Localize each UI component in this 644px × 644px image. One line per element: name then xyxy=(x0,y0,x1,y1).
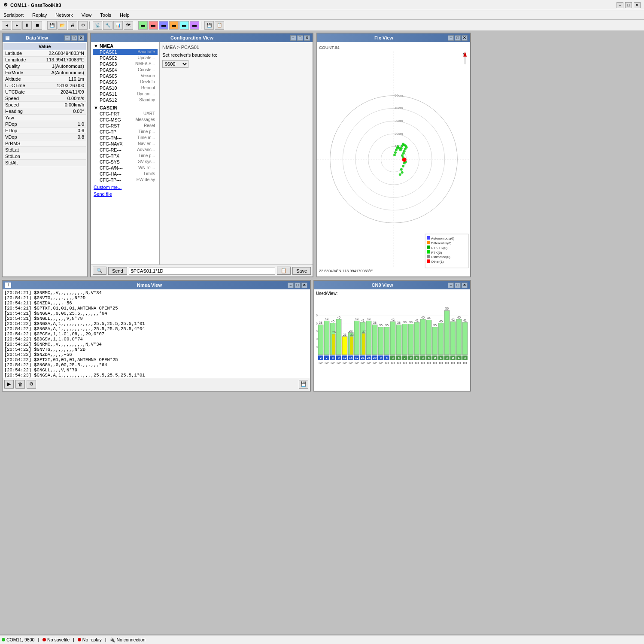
tree-item-pcas01[interactable]: PCAS01Baudrate xyxy=(93,49,158,55)
svg-text:40cm: 40cm xyxy=(395,106,403,110)
tb-btn-save[interactable]: 💾 xyxy=(204,21,214,30)
tb-btn-2[interactable]: ▸ xyxy=(12,21,21,30)
tree-item-cfg-re---[interactable]: CFG-RE---Advanc... xyxy=(93,147,158,153)
fix-view-maximize[interactable]: □ xyxy=(455,35,461,41)
tree-item-pcas11[interactable]: PCAS11Dynami... xyxy=(93,91,158,97)
copy-btn[interactable]: 📋 xyxy=(277,267,291,275)
menu-help[interactable]: Help xyxy=(118,12,131,18)
svg-point-36 xyxy=(395,149,398,151)
cn0-view-maximize[interactable]: □ xyxy=(455,283,461,288)
tree-item-pcas03[interactable]: PCAS03NMEA S... xyxy=(93,61,158,67)
nmea-view-close[interactable]: ✕ xyxy=(301,283,307,288)
config-view-maximize[interactable]: □ xyxy=(297,35,303,41)
tree-item-cfg-tm---[interactable]: CFG-TM---Time m... xyxy=(93,135,158,141)
svg-text:BD: BD xyxy=(427,361,431,365)
data-view-maximize[interactable]: □ xyxy=(71,35,77,41)
minimize-btn[interactable]: − xyxy=(617,2,623,8)
tb-btn-6[interactable]: 📂 xyxy=(58,21,67,30)
row-value: 1.0 xyxy=(34,121,86,128)
fix-view-minimize[interactable]: − xyxy=(448,35,454,41)
tree-item-cfg-wn---[interactable]: CFG-WN---WN rol... xyxy=(93,165,158,171)
menu-network[interactable]: Network xyxy=(54,12,74,18)
tree-item-cfg-prt[interactable]: CFG-PRTUART xyxy=(93,111,158,117)
tb-btn-cyan[interactable]: ▬ xyxy=(179,21,189,30)
tb-btn-red[interactable]: ▬ xyxy=(149,21,158,30)
row-value: 116.1m xyxy=(34,76,86,82)
save-button[interactable]: Save xyxy=(292,267,311,275)
tree-casein-header[interactable]: ▼ CASEIN xyxy=(93,105,158,111)
tree-item-cfg-tp---[interactable]: CFG-TP---HW delay xyxy=(93,177,158,183)
menu-replay[interactable]: Replay xyxy=(30,12,49,18)
tb-btn-10[interactable]: 🔧 xyxy=(103,21,112,30)
data-view-close[interactable]: ✕ xyxy=(78,35,84,41)
svg-text:35: 35 xyxy=(385,324,389,327)
menu-view[interactable]: View xyxy=(80,12,94,18)
svg-text:22.680494°N 113.994170083°E: 22.680494°N 113.994170083°E xyxy=(319,269,373,273)
svg-text:GP: GP xyxy=(367,361,371,365)
maximize-btn[interactable]: □ xyxy=(625,2,632,8)
config-view-close[interactable]: ✕ xyxy=(304,35,310,41)
data-row: PDop1.0 xyxy=(3,121,86,128)
data-table: Latitude22.680494833°NLongitude113.99417… xyxy=(3,50,86,166)
tree-item-cfg-msg[interactable]: CFG-MSGMessages xyxy=(93,117,158,123)
fix-view-title: Fix View − □ ✕ xyxy=(317,33,470,42)
svg-text:Other(1): Other(1) xyxy=(431,260,444,264)
tb-btn-purple[interactable]: ▬ xyxy=(190,21,199,30)
row-value: 22.680494833°N xyxy=(34,50,86,57)
search-btn[interactable]: 🔍 xyxy=(93,267,106,275)
main-content: ▦ Data View − □ ✕ Value Latitude22.68049… xyxy=(0,31,644,623)
tree-item-cfg-tp[interactable]: CFG-TPTime p... xyxy=(93,129,158,135)
svg-text:26: 26 xyxy=(332,331,336,334)
svg-text:30cm: 30cm xyxy=(395,119,403,123)
menu-tools[interactable]: Tools xyxy=(98,12,113,18)
tree-item-pcas02[interactable]: PCAS02Update... xyxy=(93,55,158,61)
tb-btn-3[interactable]: ⏸ xyxy=(22,21,32,30)
row-label: StdAlt xyxy=(3,160,34,166)
nmea-btn-filter[interactable]: ⚙ xyxy=(27,380,36,389)
custom-link[interactable]: Custom me... xyxy=(94,185,122,190)
tree-nmea-header[interactable]: ▼ NMEA xyxy=(93,43,158,49)
close-btn[interactable]: ✕ xyxy=(634,2,641,8)
tb-btn-4[interactable]: ⏹ xyxy=(33,21,42,30)
svg-point-16 xyxy=(400,168,403,171)
nmea-view-maximize[interactable]: □ xyxy=(295,283,301,288)
svg-text:E: E xyxy=(458,356,460,359)
tree-item-pcas12[interactable]: PCAS12Standby xyxy=(93,97,158,103)
send-input[interactable] xyxy=(129,267,275,275)
cn0-view-close[interactable]: ✕ xyxy=(462,283,468,288)
tb-btn-green[interactable]: ▬ xyxy=(138,21,148,30)
baudrate-select[interactable]: 96004800192003840057600115200 xyxy=(162,60,188,68)
tree-item-pcas06[interactable]: PCAS06DevInfo xyxy=(93,79,158,85)
config-view-minimize[interactable]: − xyxy=(290,35,296,41)
menu-serialport[interactable]: Serialport xyxy=(2,12,25,18)
tb-btn-blue[interactable]: ▬ xyxy=(159,21,168,30)
tb-btn-7[interactable]: 🖨 xyxy=(68,21,77,30)
tb-btn-load[interactable]: 📋 xyxy=(215,21,224,30)
tb-btn-8[interactable]: ⚙ xyxy=(78,21,88,30)
tb-btn-1[interactable]: ◂ xyxy=(2,21,11,30)
tree-item-cfg-ha---[interactable]: CFG-HA---Limits xyxy=(93,171,158,177)
tb-btn-9[interactable]: 📡 xyxy=(93,21,102,30)
nmea-btn-delete[interactable]: 🗑 xyxy=(15,380,25,389)
tree-item-cfg-tpx[interactable]: CFG-TPXTime p... xyxy=(93,153,158,159)
nmea-btn-save[interactable]: 💾 xyxy=(299,380,308,389)
nmea-view-minimize[interactable]: − xyxy=(288,283,294,288)
send-file-link[interactable]: Send file xyxy=(94,191,112,197)
tree-item-cfg-navx[interactable]: CFG-NAVXNav en... xyxy=(93,141,158,147)
tree-item-cfg-sys[interactable]: CFG-SYSSV sys... xyxy=(93,159,158,165)
tree-item-pcas10[interactable]: PCAS10Reboot xyxy=(93,85,158,91)
tree-item-pcas05[interactable]: PCAS05Version xyxy=(93,73,158,79)
tb-btn-5[interactable]: 💾 xyxy=(47,21,57,30)
status-replay: No replay xyxy=(78,637,102,642)
tb-btn-orange[interactable]: ▬ xyxy=(169,21,179,30)
fix-view-close[interactable]: ✕ xyxy=(462,35,468,41)
tb-btn-12[interactable]: 🗺 xyxy=(124,21,133,30)
data-row: StdAlt xyxy=(3,160,86,166)
cn0-view-minimize[interactable]: − xyxy=(448,283,454,288)
tree-item-cfg-rst[interactable]: CFG-RSTReset xyxy=(93,123,158,129)
send-button[interactable]: Send xyxy=(108,267,127,275)
nmea-btn-play[interactable]: ▶ xyxy=(4,380,14,389)
tree-item-pcas04[interactable]: PCAS04Conste... xyxy=(93,67,158,73)
data-view-minimize[interactable]: − xyxy=(64,35,70,41)
tb-btn-11[interactable]: 📊 xyxy=(113,21,123,30)
